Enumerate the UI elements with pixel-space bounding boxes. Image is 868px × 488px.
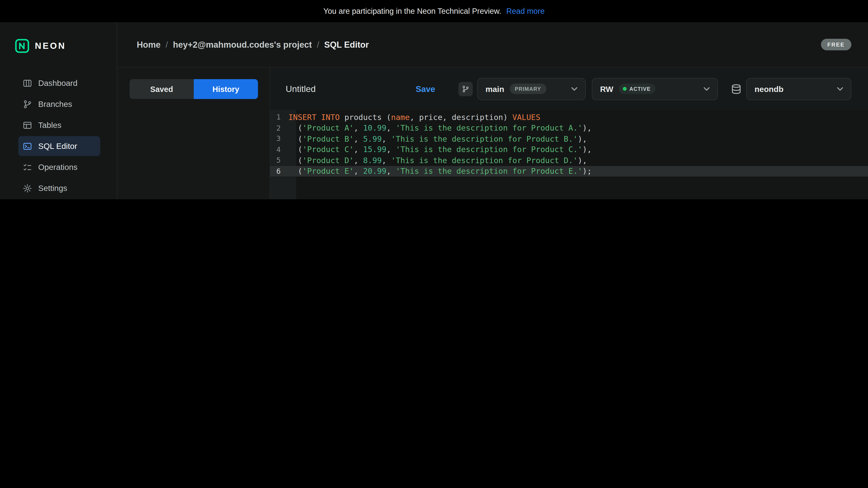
code-line[interactable]: 4 ('Product C', 15.99, 'This is the desc… <box>270 144 868 155</box>
chevron-down-icon <box>703 85 711 93</box>
code-line-text: ('Product D', 8.99, 'This is the descrip… <box>288 156 587 165</box>
active-badge: ACTIVE <box>619 84 656 94</box>
branch-name: main <box>486 84 504 93</box>
code-line[interactable]: 1INSERT INTO products (name, price, desc… <box>270 112 868 123</box>
brand-name: NEON <box>35 41 66 51</box>
branches-icon <box>23 99 32 109</box>
sidebar-nav-main: Dashboard Branches Tables SQL Editor Ope… <box>0 65 117 199</box>
tab-saved[interactable]: Saved <box>129 79 194 99</box>
line-number: 6 <box>270 167 288 175</box>
branch-icon <box>462 85 469 93</box>
save-button[interactable]: Save <box>416 84 435 94</box>
banner-text: You are participating in the Neon Techni… <box>323 6 501 15</box>
primary-badge: PRIMARY <box>510 84 546 94</box>
brand-logo[interactable]: NEON <box>0 22 117 65</box>
line-number: 5 <box>270 156 288 164</box>
sidebar-item-label: SQL Editor <box>38 142 77 151</box>
sidebar-item-label: Dashboard <box>38 78 78 88</box>
sidebar-item-tables[interactable]: Tables <box>18 115 100 135</box>
sql-editor-icon <box>23 141 32 151</box>
code-editor-lines: 1INSERT INTO products (name, price, desc… <box>270 112 868 177</box>
technical-preview-banner: You are participating in the Neon Techni… <box>0 0 868 22</box>
chevron-down-icon <box>570 85 579 93</box>
tables-icon <box>23 121 32 130</box>
database-cylinder-icon <box>731 84 742 94</box>
top-header: Home / hey+2@mahmoud.codes's project / S… <box>117 22 868 68</box>
sidebar-item-settings[interactable]: Settings <box>18 178 100 198</box>
sidebar-item-label: Operations <box>38 163 78 171</box>
editor-header: Untitled Save main PRIMARY RW <box>270 68 868 110</box>
breadcrumb-project[interactable]: hey+2@mahmoud.codes's project <box>173 39 312 50</box>
queries-panel: Saved History Your history is empty New … <box>117 68 270 199</box>
read-more-link[interactable]: Read more <box>506 6 545 15</box>
code-line[interactable]: 5 ('Product D', 8.99, 'This is the descr… <box>270 155 868 166</box>
code-line[interactable]: 6 ('Product E', 20.99, 'This is the desc… <box>270 166 868 176</box>
code-line-text: ('Product E', 20.99, 'This is the descri… <box>288 167 592 175</box>
dashboard-icon <box>23 78 32 88</box>
neon-logo-icon <box>15 39 29 53</box>
chevron-down-icon <box>836 85 844 93</box>
query-title[interactable]: Untitled <box>286 84 316 94</box>
plan-badge: FREE <box>821 39 851 50</box>
history-empty-state: Your history is empty <box>117 99 270 199</box>
gear-icon <box>23 184 32 193</box>
compute-select[interactable]: RW ACTIVE <box>592 78 718 100</box>
code-line-text: INSERT INTO products (name, price, descr… <box>288 113 540 122</box>
sidebar: NEON Dashboard Branches Tables SQL Edi <box>0 22 117 199</box>
sidebar-item-dashboard[interactable]: Dashboard <box>18 73 100 93</box>
line-number: 3 <box>270 135 288 143</box>
branch-icon-button[interactable] <box>458 82 473 96</box>
compute-name: RW <box>600 84 614 93</box>
breadcrumb-current-page: SQL Editor <box>324 39 369 50</box>
code-line-text: ('Product C', 15.99, 'This is the descri… <box>288 145 592 154</box>
code-line[interactable]: 2 ('Product A', 10.99, 'This is the desc… <box>270 123 868 133</box>
line-number: 2 <box>270 124 288 132</box>
sidebar-item-label: Settings <box>38 184 67 193</box>
breadcrumb: Home / hey+2@mahmoud.codes's project / S… <box>137 39 369 50</box>
operations-icon <box>23 162 32 172</box>
code-line-text: ('Product B', 5.99, 'This is the descrip… <box>288 134 587 143</box>
database-select[interactable]: neondb <box>746 78 851 100</box>
sidebar-item-sql-editor[interactable]: SQL Editor <box>18 136 100 156</box>
sql-editor-panel: Untitled Save main PRIMARY RW <box>270 68 868 199</box>
sidebar-item-label: Tables <box>38 121 61 129</box>
branch-select[interactable]: main PRIMARY <box>477 78 586 100</box>
line-number: 4 <box>270 145 288 154</box>
code-line-text: ('Product A', 10.99, 'This is the descri… <box>288 124 592 132</box>
sidebar-item-label: Branches <box>38 100 72 108</box>
breadcrumb-separator: / <box>165 39 168 50</box>
status-dot <box>623 87 627 91</box>
breadcrumb-separator: / <box>317 39 319 50</box>
database-name: neondb <box>754 84 783 93</box>
queries-tabs: Saved History <box>129 79 258 99</box>
sidebar-item-branches[interactable]: Branches <box>18 94 100 114</box>
code-line[interactable]: 3 ('Product B', 5.99, 'This is the descr… <box>270 133 868 144</box>
line-number: 1 <box>270 113 288 121</box>
app-window: You are participating in the Neon Techni… <box>0 0 868 199</box>
breadcrumb-home[interactable]: Home <box>137 39 160 50</box>
code-editor[interactable]: 1INSERT INTO products (name, price, desc… <box>270 110 868 199</box>
sidebar-item-operations[interactable]: Operations <box>18 157 100 177</box>
active-badge-label: ACTIVE <box>629 86 651 92</box>
tab-history[interactable]: History <box>194 79 258 99</box>
